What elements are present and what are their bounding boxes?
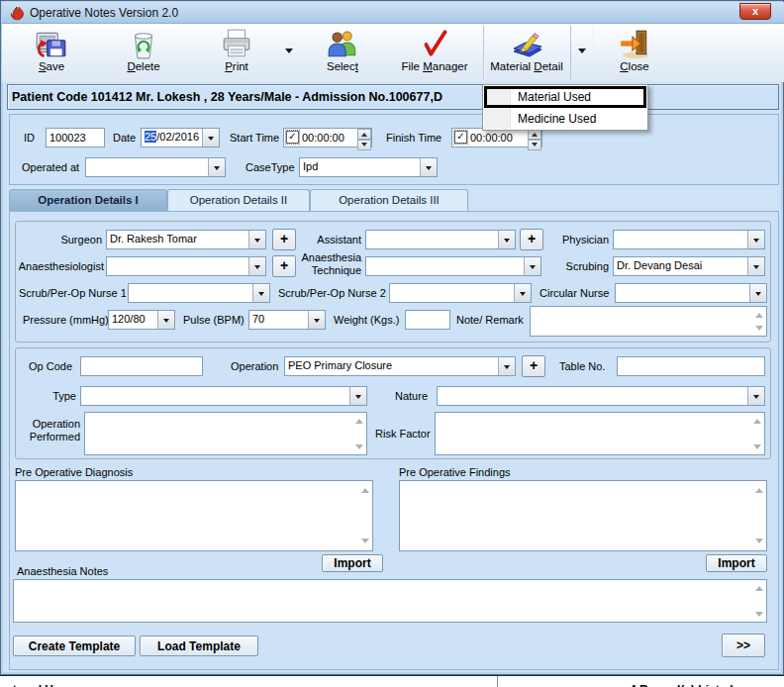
- patient-info-bar: Patient Code 101412 Mr. Lokesh , 28 Year…: [7, 84, 779, 110]
- scroll-down-icon[interactable]: [358, 535, 371, 547]
- case-type-combo[interactable]: Ipd: [299, 157, 438, 177]
- scroll-up-icon[interactable]: [752, 581, 765, 594]
- add-anaesthesiologist-button[interactable]: +: [272, 255, 296, 277]
- op-code-input[interactable]: [80, 356, 203, 376]
- scroll-down-icon[interactable]: [752, 535, 765, 547]
- add-surgeon-button[interactable]: +: [272, 229, 296, 250]
- chevron-down-icon: [254, 265, 260, 272]
- operation-performed-label: Operation Performed: [21, 418, 80, 443]
- title-bar[interactable]: Operative Notes Version 2.0 x: [2, 2, 784, 24]
- anaesthesiologist-combo[interactable]: [106, 256, 266, 276]
- assistant-combo[interactable]: [365, 230, 516, 249]
- pressure-value: 120/80: [109, 311, 157, 329]
- scroll-up-icon[interactable]: [352, 414, 365, 427]
- print-button[interactable]: Print: [202, 27, 271, 78]
- start-time-checkbox[interactable]: ✓: [286, 131, 299, 144]
- note-remark-label: Note/ Remark: [456, 314, 524, 326]
- pulse-combo[interactable]: 70: [248, 310, 326, 330]
- operated-at-combo[interactable]: [85, 157, 226, 177]
- close-button[interactable]: Close: [602, 27, 667, 78]
- operation-value: PEO Primary Closure: [285, 357, 498, 375]
- nurse2-label: Scrub/Per-Op Nurse 2: [278, 287, 386, 299]
- import-findings-button[interactable]: Import: [706, 554, 767, 572]
- surgeon-combo[interactable]: Dr. Rakesh Tomar: [106, 230, 266, 249]
- finish-time-checkbox[interactable]: ✓: [454, 131, 467, 144]
- scrubing-combo[interactable]: Dr. Devang Desai: [613, 256, 765, 276]
- tab-operation-details-3[interactable]: Operation Details III: [310, 189, 468, 211]
- create-template-button[interactable]: Create Template: [13, 636, 136, 656]
- nurse1-value: [129, 284, 252, 302]
- menu-item-medicine-used[interactable]: Medicine Used: [484, 108, 646, 130]
- add-operation-button[interactable]: +: [522, 355, 545, 377]
- tab-operation-details-2[interactable]: Operation Details II: [167, 189, 310, 211]
- assistant-label: Assistant: [300, 234, 361, 245]
- anaesthesiologist-label: Anaesthesiologist: [17, 260, 104, 272]
- file-manager-button[interactable]: File Manager: [389, 27, 480, 78]
- delete-button[interactable]: Delete: [109, 27, 178, 78]
- circular-nurse-combo[interactable]: [615, 283, 767, 303]
- finish-time-label: Finish Time: [386, 132, 441, 144]
- material-detail-button[interactable]: Material Detail: [485, 27, 568, 78]
- scrubing-value: Dr. Devang Desai: [614, 257, 747, 275]
- finish-time-picker[interactable]: ✓ 00:00:00: [451, 128, 542, 147]
- checkmark-icon: [389, 27, 480, 60]
- chevron-down-icon: [254, 239, 260, 245]
- forward-button[interactable]: >>: [722, 634, 765, 657]
- scroll-up-icon[interactable]: [752, 483, 765, 496]
- start-time-label: Start Time: [230, 132, 279, 144]
- chevron-down-icon: [355, 395, 361, 402]
- scrubing-label: Scrubing: [561, 260, 609, 272]
- pre-op-findings-label: Pre Operative Findings: [399, 466, 511, 478]
- operation-combo[interactable]: PEO Primary Closure: [284, 356, 516, 376]
- table-no-input[interactable]: [617, 356, 765, 376]
- assistant-value: [366, 231, 498, 248]
- risk-factor-textarea[interactable]: [435, 412, 765, 455]
- scroll-up-icon[interactable]: [358, 483, 371, 496]
- case-type-value: Ipd: [300, 158, 420, 176]
- material-detail-dropdown-button[interactable]: [570, 26, 594, 79]
- select-button[interactable]: Select: [308, 27, 377, 78]
- operation-performed-textarea[interactable]: [84, 412, 367, 455]
- menu-item-material-used[interactable]: Material Used: [484, 86, 646, 108]
- type-combo[interactable]: [80, 386, 367, 406]
- start-time-spinner[interactable]: [357, 129, 371, 147]
- chevron-down-icon: [578, 49, 586, 57]
- window-close-button[interactable]: x: [739, 3, 771, 20]
- patient-info-text: Patient Code 101412 Mr. Lokesh , 28 Year…: [12, 90, 442, 104]
- scroll-down-icon[interactable]: [752, 322, 765, 335]
- pre-op-findings-textarea[interactable]: [399, 480, 767, 551]
- anaesthesia-notes-textarea[interactable]: [13, 579, 767, 623]
- scroll-down-icon[interactable]: [750, 441, 763, 453]
- scroll-down-icon[interactable]: [352, 441, 365, 453]
- chevron-down-icon: [208, 137, 214, 144]
- note-remark-textarea[interactable]: [530, 306, 767, 337]
- physician-label: Physician: [547, 234, 609, 245]
- spinner-down-icon: [361, 143, 367, 149]
- print-dropdown-arrow[interactable]: [285, 49, 293, 57]
- scroll-up-icon[interactable]: [750, 414, 763, 427]
- physician-combo[interactable]: [613, 230, 765, 249]
- tab-operation-details-1[interactable]: Operation Details I: [9, 189, 167, 211]
- toolbar-separator: [483, 26, 484, 79]
- start-time-picker[interactable]: ✓ 00:00:00: [283, 128, 372, 147]
- finish-time-spinner[interactable]: [528, 129, 541, 147]
- id-input[interactable]: [46, 128, 105, 147]
- date-selected-day: 25: [145, 131, 156, 143]
- import-diagnosis-button[interactable]: Import: [322, 554, 383, 572]
- weight-input[interactable]: [405, 310, 450, 330]
- pressure-combo[interactable]: 120/80: [108, 310, 175, 330]
- save-button[interactable]: Save: [17, 27, 86, 78]
- nurse2-combo[interactable]: [389, 283, 532, 303]
- nurse1-combo[interactable]: [128, 283, 270, 303]
- scroll-up-icon[interactable]: [752, 308, 765, 321]
- anaesthesia-technique-combo[interactable]: [365, 256, 541, 276]
- pre-op-diagnosis-textarea[interactable]: [15, 480, 373, 551]
- add-assistant-button[interactable]: +: [520, 229, 543, 250]
- scroll-down-icon[interactable]: [752, 608, 765, 621]
- date-picker[interactable]: 25/02/2016: [141, 128, 220, 147]
- load-template-button[interactable]: Load Template: [140, 636, 258, 656]
- circular-nurse-label: Circular Nurse: [539, 287, 609, 299]
- nature-combo[interactable]: [437, 386, 765, 406]
- weight-label: Weight (Kgs.): [334, 314, 399, 326]
- date-dropdown-button[interactable]: [202, 129, 219, 147]
